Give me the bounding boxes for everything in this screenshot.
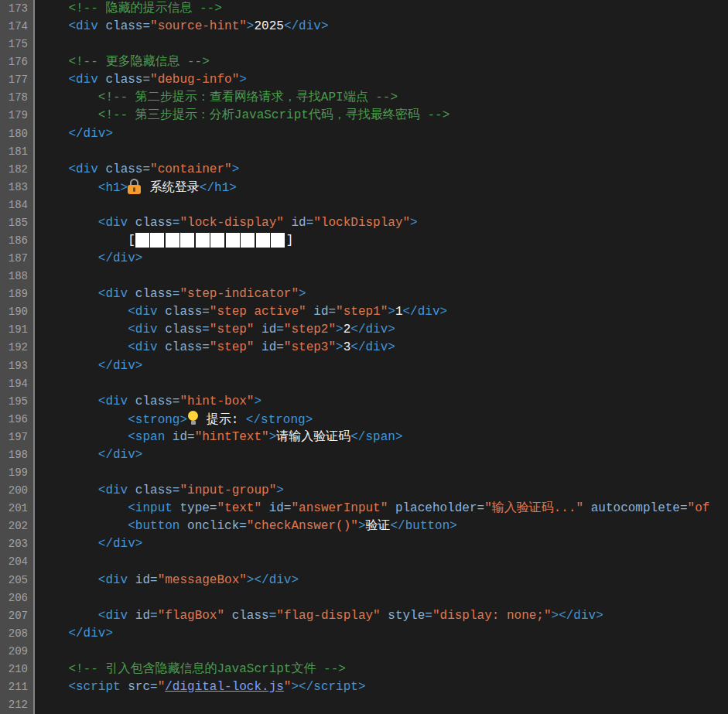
line-number: 191	[0, 321, 35, 339]
code-token: id=	[306, 305, 336, 319]
line-number: 179	[0, 107, 35, 125]
code-token: class=	[165, 323, 210, 337]
code-token: "step-indicator"	[179, 287, 299, 301]
code-token: </span>	[350, 430, 402, 444]
code-token: 请输入验证码	[276, 430, 350, 444]
code-token: class=	[105, 19, 150, 33]
code-line: 204	[0, 553, 728, 571]
code-token: "answerInput"	[291, 501, 388, 515]
code-token: "hintText"	[195, 430, 269, 444]
code-line: 196 <strong> 提示: </strong>	[0, 411, 728, 429]
code-content	[35, 643, 728, 661]
code-token: <div	[128, 340, 165, 354]
code-content	[35, 143, 728, 161]
code-line: 182 <div class="container">	[0, 161, 728, 179]
code-token: class=	[135, 216, 180, 230]
code-line: 193 </div>	[0, 357, 728, 375]
code-token: <input	[128, 501, 179, 515]
code-token: <div	[68, 162, 105, 176]
line-number: 180	[0, 125, 35, 143]
bulb-glass	[188, 411, 198, 421]
code-token: "hint-box"	[179, 395, 254, 408]
code-token: <div	[98, 483, 135, 497]
password-block	[180, 233, 194, 248]
code-token: "flag-display"	[276, 609, 380, 623]
code-content	[35, 553, 728, 571]
code-token: <button	[128, 519, 187, 533]
code-line: 202 <button onclick="checkAnswer()">验证</…	[0, 518, 728, 535]
code-token: id=	[135, 609, 158, 623]
code-token: class=	[105, 162, 150, 176]
code-token: <div	[98, 609, 135, 623]
code-token: id=	[284, 216, 313, 230]
code-line: 192 <div class="step" id="step3">3</div>	[0, 339, 728, 357]
code-line: 208 </div>	[0, 625, 728, 643]
line-number: 205	[0, 572, 35, 589]
code-token: <!-- 更多隐藏信息 -->	[68, 55, 209, 69]
line-number: 193	[0, 357, 35, 375]
code-content: <div class="source-hint">2025</div>	[35, 18, 728, 36]
password-block	[166, 233, 179, 248]
code-token: 系统登录	[142, 181, 200, 195]
line-number: 196	[0, 411, 35, 429]
code-line: 185 <div class="lock-display" id="lockDi…	[0, 214, 728, 232]
code-token: id=	[173, 430, 195, 444]
digital-lock-js-link[interactable]: /digital-lock.js	[165, 680, 284, 694]
line-number: 192	[0, 339, 35, 357]
line-number: 182	[0, 161, 35, 179]
code-token: >	[299, 287, 306, 301]
code-token: autocomplete=	[583, 501, 687, 515]
code-line: 194	[0, 375, 728, 393]
line-number: 202	[0, 518, 35, 535]
code-token: <strong>	[128, 413, 187, 427]
code-token: onclick=	[187, 519, 247, 533]
code-token: [	[128, 234, 135, 248]
code-token: >	[254, 395, 261, 408]
password-block	[135, 233, 149, 248]
view-source-code-listing: 173 <!-- 隐藏的提示信息 -->174 <div class="sour…	[0, 0, 728, 714]
code-line: 184	[0, 196, 728, 214]
code-line: 205 <div id="messageBox"></div>	[0, 572, 728, 589]
line-number: 185	[0, 214, 35, 232]
code-token: class=	[105, 73, 150, 87]
code-line: 195 <div class="hint-box">	[0, 393, 728, 411]
code-token: "step2"	[284, 323, 336, 337]
code-token: id=	[254, 323, 283, 337]
code-line: 200 <div class="input-group">	[0, 482, 728, 500]
line-number: 186	[0, 232, 35, 250]
code-content	[35, 36, 728, 53]
code-line: 191 <div class="step" id="step2">2</div>	[0, 321, 728, 339]
code-content	[35, 464, 728, 482]
code-content: <!-- 引入包含隐藏信息的JavaScript文件 -->	[35, 661, 728, 678]
code-line: 179 <!-- 第三步提示：分析JavaScript代码，寻找最终密码 -->	[0, 107, 728, 125]
code-content: <!-- 第三步提示：分析JavaScript代码，寻找最终密码 -->	[35, 107, 728, 125]
code-token: >	[336, 323, 343, 337]
code-content: <span id="hintText">请输入验证码</span>	[35, 429, 728, 446]
code-content: <!-- 第二步提示：查看网络请求，寻找API端点 -->	[35, 89, 728, 107]
code-token: placeholder=	[388, 501, 484, 515]
code-content: <div class="container">	[35, 161, 728, 179]
code-content: </div>	[35, 125, 728, 143]
password-block	[256, 233, 270, 248]
code-token: 验证	[365, 519, 390, 533]
code-token: "of	[688, 501, 710, 515]
code-content: <h1> 系统登录</h1>	[35, 179, 728, 196]
line-number: 197	[0, 429, 35, 446]
code-line: 197 <span id="hintText">请输入验证码</span>	[0, 429, 728, 446]
line-number: 176	[0, 53, 35, 71]
lock-icon	[128, 179, 142, 194]
line-number: 187	[0, 250, 35, 268]
code-content: []	[35, 232, 728, 250]
code-token: "step active"	[210, 305, 306, 319]
code-content: </div>	[35, 446, 728, 464]
code-token: class=	[135, 287, 180, 301]
code-token: class=	[135, 483, 180, 497]
line-number: 178	[0, 89, 35, 107]
line-number: 204	[0, 553, 35, 571]
code-line: 211 <script src="/digital-lock.js"></scr…	[0, 678, 728, 696]
line-number: 208	[0, 625, 35, 643]
code-token: class=	[224, 609, 276, 623]
code-line: 183 <h1> 系统登录</h1>	[0, 179, 728, 196]
code-token: ]	[286, 234, 294, 248]
line-number: 211	[0, 678, 35, 696]
